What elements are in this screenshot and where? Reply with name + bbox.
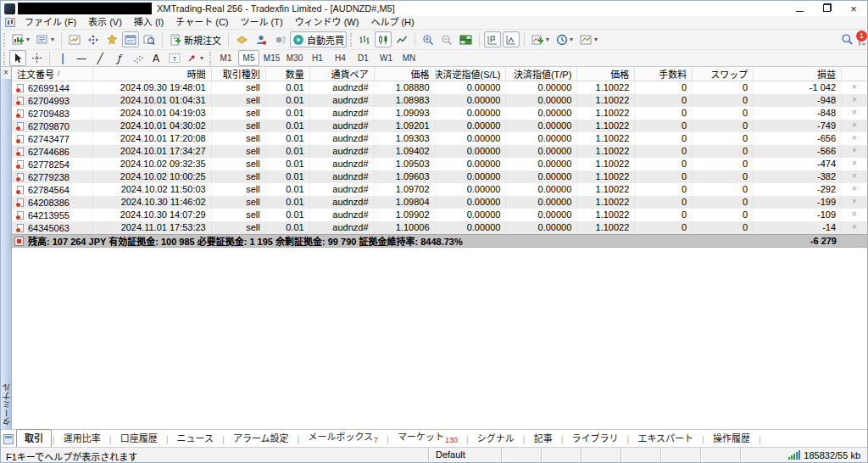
zoom-in-button[interactable] <box>420 31 437 47</box>
strategy-tester-button[interactable] <box>141 31 158 47</box>
close-order-button[interactable]: × <box>842 107 867 120</box>
restore-button[interactable] <box>813 1 840 16</box>
tab-exposure[interactable]: 運用比率 <box>56 430 108 447</box>
status-connection[interactable]: 185832/55 kb <box>740 448 867 462</box>
menu-item[interactable]: ヘルプ (H) <box>364 16 420 29</box>
terminal-close-button[interactable]: × <box>1 67 11 79</box>
text-label-button[interactable]: T <box>166 50 183 66</box>
close-order-button[interactable]: × <box>842 145 867 158</box>
table-row[interactable]: 62704993 2024.10.01 01:04:31 sell 0.01 a… <box>12 94 867 107</box>
market-watch-button[interactable] <box>66 31 83 47</box>
panel-dock-icon[interactable] <box>3 434 14 444</box>
line-chart-button[interactable] <box>393 31 410 47</box>
table-row[interactable]: 64213955 2024.10.30 14:07:29 sell 0.01 a… <box>12 209 867 221</box>
column-header-swap[interactable]: スワップ <box>693 67 754 81</box>
sound-button[interactable] <box>271 31 288 47</box>
crosshair-button[interactable] <box>28 50 45 66</box>
metaeditor-button[interactable] <box>233 31 251 47</box>
table-row[interactable]: 64208386 2024.10.30 11:46:02 sell 0.01 a… <box>12 196 867 209</box>
bar-chart-button[interactable] <box>356 31 373 47</box>
close-order-button[interactable]: × <box>842 158 867 170</box>
menu-item[interactable]: チャート (C) <box>170 16 234 29</box>
timeframe-button-d1[interactable]: D1 <box>353 50 374 66</box>
ohlc-toggle-button[interactable] <box>503 31 520 47</box>
arrows-button[interactable]: ▾ <box>185 50 206 66</box>
close-order-button[interactable]: × <box>842 81 867 94</box>
tab-library[interactable]: ライブラリ <box>565 430 626 447</box>
text-button[interactable]: A <box>147 50 164 66</box>
vertical-line-button[interactable]: | <box>54 50 71 66</box>
notifications-button[interactable]: 1 <box>859 35 860 45</box>
tab-signals[interactable]: シグナル <box>470 430 522 447</box>
trendline-button[interactable]: ╱ <box>92 50 108 66</box>
tab-news[interactable]: ニュース <box>170 430 221 447</box>
search-button[interactable] <box>838 31 856 47</box>
autotrade-button[interactable]: 自動売買 <box>290 31 347 47</box>
close-order-button[interactable]: × <box>842 132 867 145</box>
indicators-button[interactable]: ▾ <box>529 31 552 47</box>
navigator-button[interactable] <box>103 31 120 47</box>
column-header-profit[interactable]: 損益 <box>754 67 842 81</box>
tab-market[interactable]: マーケット130 <box>390 428 465 447</box>
table-row[interactable]: 62709870 2024.10.01 04:30:02 sell 0.01 a… <box>12 120 867 132</box>
chart-window-icon[interactable] <box>5 18 15 27</box>
column-header-open-price[interactable]: 価格 <box>375 67 436 81</box>
column-header-volume[interactable]: 数量 <box>266 67 310 81</box>
table-row[interactable]: 62709483 2024.10.01 04:19:03 sell 0.01 a… <box>12 107 867 120</box>
table-row[interactable]: 62779238 2024.10.02 10:00:25 sell 0.01 a… <box>12 170 867 183</box>
close-order-button[interactable]: × <box>842 94 867 107</box>
minimize-button[interactable] <box>786 1 813 16</box>
new-order-button[interactable]: 新規注文 <box>167 31 224 47</box>
menu-item[interactable]: ウィンドウ (W) <box>289 16 365 29</box>
column-header-symbol[interactable]: 通貨ペア <box>310 67 375 81</box>
table-row[interactable]: 62744686 2024.10.01 17:34:27 sell 0.01 a… <box>12 145 867 158</box>
new-chart-button[interactable]: ▾ <box>9 31 32 47</box>
close-order-button[interactable]: × <box>842 209 867 221</box>
timeframe-button-mn[interactable]: MN <box>398 50 420 66</box>
tab-experts[interactable]: エキスパート <box>630 430 701 447</box>
cursor-button[interactable] <box>9 50 26 66</box>
menu-item[interactable]: 表示 (V) <box>82 16 128 29</box>
tile-windows-button[interactable] <box>457 31 475 47</box>
column-header-type[interactable]: 取引種別 <box>212 67 266 81</box>
timeframe-button-h1[interactable]: H1 <box>307 50 328 66</box>
menu-item[interactable]: ファイル (F) <box>19 16 82 29</box>
column-header-time[interactable]: 時間 <box>93 67 212 81</box>
close-order-button[interactable]: × <box>842 170 867 183</box>
timeframe-button-m1[interactable]: M1 <box>215 50 236 66</box>
close-order-button[interactable]: × <box>842 183 867 196</box>
terminal-button[interactable] <box>122 31 139 47</box>
column-header-tp[interactable]: 決済指値(T/P) <box>506 67 577 81</box>
column-header-current-price[interactable]: 価格 <box>577 67 635 81</box>
tab-account-history[interactable]: 口座履歴 <box>113 430 165 447</box>
zoom-out-button[interactable] <box>438 31 455 47</box>
period-separators-button[interactable] <box>484 31 501 47</box>
data-window-button[interactable] <box>85 31 102 47</box>
fibonacci-button[interactable]: ƒ <box>110 50 127 66</box>
community-button[interactable] <box>253 31 270 47</box>
templates-button[interactable]: ▾ <box>577 31 600 47</box>
horizontal-line-button[interactable]: — <box>73 50 90 66</box>
tab-mailbox[interactable]: メールボックス7 <box>300 428 386 447</box>
column-header-sl[interactable]: 決済逆指値(S/L) <box>436 67 507 81</box>
table-row[interactable]: 64345063 2024.11.01 17:53:23 sell 0.01 a… <box>12 221 867 234</box>
periods-button[interactable]: ▾ <box>554 31 576 47</box>
table-row[interactable]: 62778254 2024.10.02 09:32:35 sell 0.01 a… <box>12 158 867 170</box>
terminal-vertical-tab[interactable]: ターミナル <box>1 383 14 426</box>
close-button[interactable]: × <box>840 1 867 16</box>
profiles-button[interactable]: ▾ <box>34 31 57 47</box>
menu-item[interactable]: ツール (T) <box>235 16 289 29</box>
timeframe-button-w1[interactable]: W1 <box>376 50 397 66</box>
timeframe-button-m30[interactable]: M30 <box>284 50 305 66</box>
tab-journal[interactable]: 操作履歴 <box>705 430 758 447</box>
tab-alerts[interactable]: アラーム設定 <box>225 430 297 447</box>
tab-articles[interactable]: 記事 <box>526 430 560 447</box>
channel-button[interactable] <box>129 50 146 66</box>
timeframe-button-m5[interactable]: M5 <box>238 50 259 66</box>
status-profile[interactable]: Default <box>428 448 501 462</box>
table-row[interactable]: 62743477 2024.10.01 17:20:08 sell 0.01 a… <box>12 132 867 145</box>
column-header-commission[interactable]: 手数料 <box>635 67 693 81</box>
close-order-button[interactable]: × <box>842 221 867 234</box>
close-order-button[interactable]: × <box>842 196 867 209</box>
table-row[interactable]: 62784564 2024.10.02 11:50:03 sell 0.01 a… <box>12 183 867 196</box>
